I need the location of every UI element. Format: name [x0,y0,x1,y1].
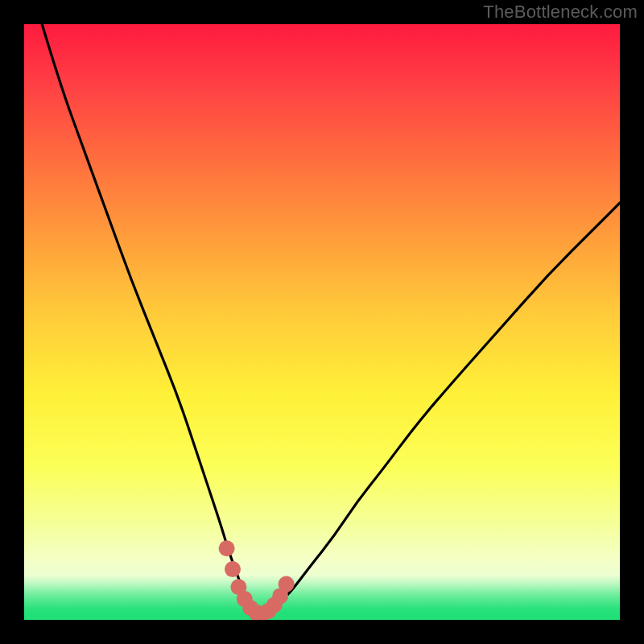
markers-layer [24,24,620,620]
attribution-text: TheBottleneck.com [483,2,638,23]
plot-area [24,24,620,620]
marker-point [279,576,295,592]
marker-point [225,561,241,577]
highlighted-markers [219,540,295,620]
marker-point [219,540,235,556]
